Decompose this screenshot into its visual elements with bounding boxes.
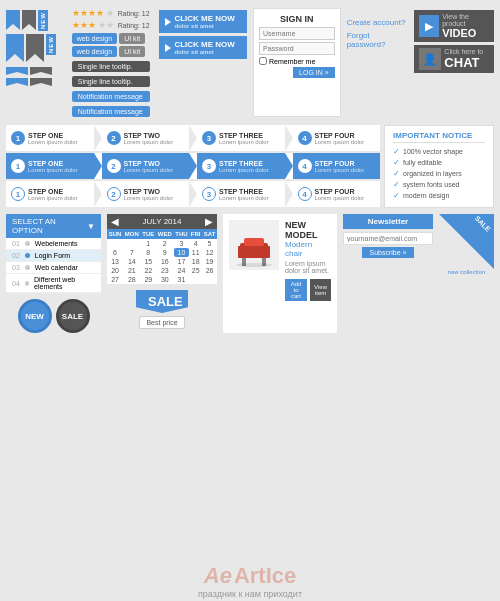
cal-date[interactable]: 30 [156, 275, 174, 284]
cal-date[interactable]: 26 [202, 266, 217, 275]
cal-day-mon: MON [123, 229, 141, 239]
svg-rect-13 [266, 246, 270, 258]
cal-date[interactable]: 13 [107, 257, 123, 266]
calendar: ◀ JULY 2014 ▶ SUN MON TUE WED THU FRI SA… [107, 214, 217, 333]
cal-date[interactable]: 10 [174, 248, 190, 257]
cal-date[interactable]: 3 [174, 239, 190, 248]
cal-date[interactable]: 12 [202, 248, 217, 257]
product-title: NEW MODEL [285, 220, 331, 240]
cal-day-thu: THU [174, 229, 190, 239]
cal-date[interactable]: 19 [202, 257, 217, 266]
select-option-1[interactable]: 01 Webelements [6, 238, 101, 250]
select-option-3[interactable]: 03 Web calendar [6, 262, 101, 274]
cal-date[interactable]: 14 [123, 257, 141, 266]
create-account-link[interactable]: Create account? [347, 18, 409, 27]
cal-day-sun: SUN [107, 229, 123, 239]
step-num-2-1: 1 [11, 159, 25, 173]
cal-date[interactable]: 7 [123, 248, 141, 257]
opt-dot-4 [25, 281, 29, 286]
important-notice: IMPORTANT NOTICE ✓ 100% vector shape ✓ f… [384, 125, 494, 208]
select-header[interactable]: SELECT AN OPTION ▼ [6, 214, 101, 238]
chat-button[interactable]: 👤 Click here to CHAT [414, 45, 494, 73]
cal-date[interactable]: 28 [123, 275, 141, 284]
view-item-button[interactable]: View item [310, 279, 331, 301]
best-price-label: Best price [139, 316, 184, 329]
arrow-icon-1 [165, 18, 171, 26]
product-info: NEW MODEL Modern chair Lorem ipsum dolor… [285, 220, 331, 327]
product-image [229, 220, 279, 270]
cal-date[interactable]: 22 [141, 266, 156, 275]
remember-row: Remember me [259, 57, 335, 65]
cal-prev-button[interactable]: ◀ [111, 216, 119, 227]
add-to-cart-button[interactable]: Add to cart [285, 279, 307, 301]
notification-1: Notification message [72, 91, 150, 102]
step-2-1: 1 STEP ONE Lorem ipsum dolor [6, 153, 94, 179]
step-3-2: 2 STEP TWO Lorem ipsum dolor [102, 181, 190, 207]
cal-date[interactable]: 6 [107, 248, 123, 257]
cal-date[interactable]: 15 [141, 257, 156, 266]
flat-ribbon-blue [6, 67, 28, 75]
svg-rect-9 [244, 238, 264, 246]
cal-date[interactable]: 29 [141, 275, 156, 284]
cal-next-button[interactable]: ▶ [205, 216, 213, 227]
cal-date[interactable]: 5 [202, 239, 217, 248]
rating-2: ★★★★★ Rating: 12 [72, 20, 154, 30]
step-3-3: 3 STEP THREE Lorem ipsum dolor [197, 181, 285, 207]
step-3-1: 1 STEP ONE Lorem ipsum dolor [6, 181, 94, 207]
newsletter-label: Newsletter [343, 214, 433, 229]
cal-date[interactable]: 20 [107, 266, 123, 275]
subscribe-button[interactable]: Subscribe » [362, 247, 415, 258]
cal-date[interactable]: 4 [189, 239, 202, 248]
sep-arrow-3 [285, 125, 293, 151]
cal-date[interactable]: 2 [156, 239, 174, 248]
cal-date[interactable]: 24 [174, 266, 190, 275]
check-icon-5: ✓ [393, 191, 400, 200]
cal-date[interactable]: 1 [141, 239, 156, 248]
select-option-4[interactable]: 04 Different web elements [6, 274, 101, 293]
new-collection-label: new collection [439, 269, 494, 275]
click-btn-1[interactable]: CLICK ME NOW dolor sit amet [159, 10, 247, 33]
cal-date[interactable]: 23 [156, 266, 174, 275]
cal-date[interactable]: 9 [156, 248, 174, 257]
email-input[interactable] [343, 232, 433, 245]
media-buttons-column: ▶ View the product VIDEO 👤 Click here to… [414, 8, 494, 117]
sep-arrow-9 [285, 181, 293, 207]
video-button[interactable]: ▶ View the product VIDEO [414, 10, 494, 42]
click-btn-2[interactable]: CLICK ME NOW dolor sit amet [159, 36, 247, 59]
svg-marker-0 [6, 10, 20, 30]
cal-date[interactable]: 27 [107, 275, 123, 284]
step-num-3-1: 1 [11, 187, 25, 201]
remember-checkbox[interactable] [259, 57, 267, 65]
badge-row: NEW SALE [6, 299, 101, 333]
sep-arrow-7 [94, 181, 102, 207]
tags-row-2: web design UI kit [72, 46, 154, 57]
tooltip-2: Single line tooltip. [72, 76, 150, 87]
cal-date[interactable]: 16 [156, 257, 174, 266]
cal-date[interactable]: 18 [189, 257, 202, 266]
password-input[interactable] [259, 42, 335, 55]
sale-tag: SALE [136, 290, 188, 313]
cal-date [202, 275, 217, 284]
newsletter-section: Newsletter Subscribe » [343, 214, 433, 333]
sep-arrow-6 [285, 153, 293, 179]
flat-ribbon-blue-2 [6, 78, 28, 86]
product-buttons: Add to cart View item [285, 279, 331, 301]
cal-date [107, 239, 123, 248]
cal-date[interactable]: 21 [123, 266, 141, 275]
step-num-1-4: 4 [298, 131, 312, 145]
product-card: NEW MODEL Modern chair Lorem ipsum dolor… [223, 214, 337, 333]
cal-date[interactable]: 25 [189, 266, 202, 275]
login-button[interactable]: LOG IN » [293, 67, 335, 78]
select-option-2[interactable]: 02 Login Form [6, 250, 101, 262]
step-3-4: 4 STEP FOUR Lorem ipsum dolor [293, 181, 381, 207]
username-input[interactable] [259, 27, 335, 40]
sale-circle-badge: SALE [56, 299, 90, 333]
cal-date[interactable]: 31 [174, 275, 190, 284]
cal-date[interactable]: 11 [189, 248, 202, 257]
flat-ribbon-gray-2 [30, 78, 52, 86]
cal-date[interactable]: 17 [174, 257, 190, 266]
product-desc: Lorem ipsum dolor sit amet. [285, 260, 331, 274]
cal-day-fri: FRI [189, 229, 202, 239]
forgot-password-link[interactable]: Forgot password? [347, 31, 409, 49]
cal-date[interactable]: 8 [141, 248, 156, 257]
